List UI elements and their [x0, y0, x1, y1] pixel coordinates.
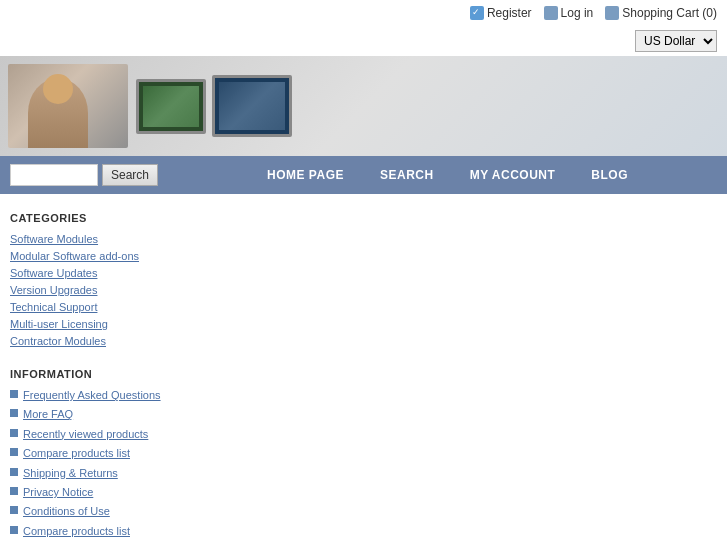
list-item: Software Updates — [10, 266, 175, 280]
nav-link-search[interactable]: SEARCH — [362, 156, 452, 194]
bullet-icon — [10, 468, 18, 476]
list-item: Compare products list — [10, 446, 175, 461]
category-list: Software Modules Modular Software add-on… — [10, 232, 175, 348]
category-link-2[interactable]: Software Updates — [10, 267, 97, 279]
header-banner — [0, 56, 727, 156]
category-link-1[interactable]: Modular Software add-ons — [10, 250, 139, 262]
nav-link-account[interactable]: MY ACCOUNT — [452, 156, 574, 194]
list-item: Compare products list — [10, 524, 175, 539]
list-item: Multi-user Licensing — [10, 317, 175, 331]
info-link-5[interactable]: Privacy Notice — [23, 485, 93, 500]
bullet-icon — [10, 487, 18, 495]
cart-link[interactable]: Shopping Cart (0) — [605, 6, 717, 20]
information-title: INFORMATION — [10, 368, 175, 380]
list-item: Conditions of Use — [10, 504, 175, 519]
list-item: Shipping & Returns — [10, 466, 175, 481]
info-link-4[interactable]: Shipping & Returns — [23, 466, 118, 481]
categories-title: CATEGORIES — [10, 212, 175, 224]
register-link[interactable]: Register — [470, 6, 532, 20]
top-bar: Register Log in Shopping Cart (0) — [0, 0, 727, 26]
bullet-icon — [10, 390, 18, 398]
category-link-6[interactable]: Contractor Modules — [10, 335, 106, 347]
info-link-0[interactable]: Frequently Asked Questions — [23, 388, 161, 403]
search-input[interactable] — [10, 164, 98, 186]
bullet-icon — [10, 409, 18, 417]
bullet-icon — [10, 526, 18, 534]
category-link-3[interactable]: Version Upgrades — [10, 284, 97, 296]
nav-links: HOME PAGE SEARCH MY ACCOUNT BLOG — [168, 156, 727, 194]
login-icon — [544, 6, 558, 20]
category-link-5[interactable]: Multi-user Licensing — [10, 318, 108, 330]
main-content: CATEGORIES Software Modules Modular Soft… — [0, 194, 727, 545]
register-label: Register — [487, 6, 532, 20]
banner-screens — [136, 75, 292, 137]
category-link-0[interactable]: Software Modules — [10, 233, 98, 245]
bullet-icon — [10, 506, 18, 514]
list-item: Recently viewed products — [10, 427, 175, 442]
info-link-6[interactable]: Conditions of Use — [23, 504, 110, 519]
currency-select[interactable]: US Dollar Euro GBP — [635, 30, 717, 52]
bullet-icon — [10, 448, 18, 456]
list-item: Frequently Asked Questions — [10, 388, 175, 403]
category-link-4[interactable]: Technical Support — [10, 301, 97, 313]
information-list: Frequently Asked Questions More FAQ Rece… — [10, 388, 175, 539]
login-link[interactable]: Log in — [544, 6, 594, 20]
banner-screen-1 — [136, 79, 206, 134]
list-item: Privacy Notice — [10, 485, 175, 500]
nav-bar: Search HOME PAGE SEARCH MY ACCOUNT BLOG — [0, 156, 727, 194]
list-item: More FAQ — [10, 407, 175, 422]
search-button[interactable]: Search — [102, 164, 158, 186]
cart-icon — [605, 6, 619, 20]
currency-row: US Dollar Euro GBP — [0, 26, 727, 56]
info-link-3[interactable]: Compare products list — [23, 446, 130, 461]
nav-link-home[interactable]: HOME PAGE — [249, 156, 362, 194]
sidebar: CATEGORIES Software Modules Modular Soft… — [0, 204, 185, 545]
list-item: Modular Software add-ons — [10, 249, 175, 263]
register-icon — [470, 6, 484, 20]
banner-person-image — [8, 64, 128, 148]
banner-screen-2 — [212, 75, 292, 137]
list-item: Contractor Modules — [10, 334, 175, 348]
search-area: Search — [0, 164, 168, 186]
info-link-7[interactable]: Compare products list — [23, 524, 130, 539]
info-link-1[interactable]: More FAQ — [23, 407, 73, 422]
list-item: Software Modules — [10, 232, 175, 246]
cart-label: Shopping Cart (0) — [622, 6, 717, 20]
login-label: Log in — [561, 6, 594, 20]
list-item: Technical Support — [10, 300, 175, 314]
list-item: Version Upgrades — [10, 283, 175, 297]
nav-link-blog[interactable]: BLOG — [573, 156, 646, 194]
info-link-2[interactable]: Recently viewed products — [23, 427, 148, 442]
bullet-icon — [10, 429, 18, 437]
